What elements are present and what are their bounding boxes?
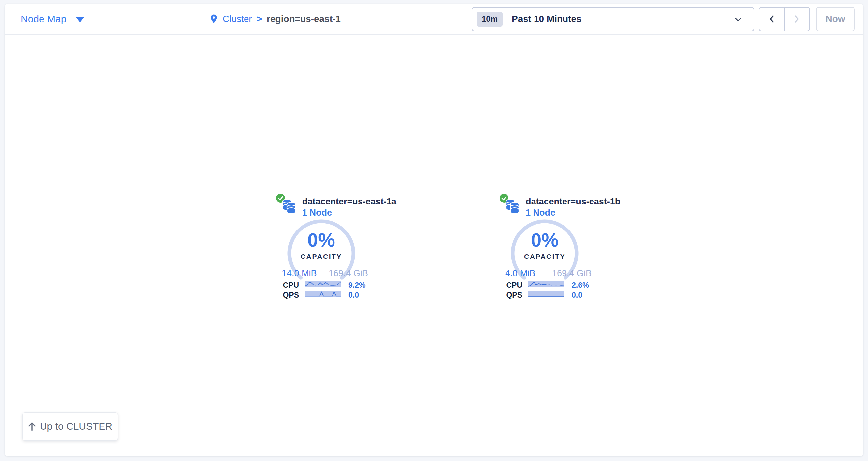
capacity-used: 4.0 MiB: [505, 268, 535, 278]
capacity-label: CAPACITY: [508, 253, 581, 260]
time-forward-button[interactable]: [785, 7, 810, 31]
capacity-percent: 0%: [508, 229, 581, 251]
qps-stat-row: QPS 0.0: [499, 291, 597, 299]
time-range-badge: 10m: [477, 11, 502, 27]
cpu-stat-row: CPU 2.6%: [499, 281, 597, 289]
app-card: Node Map Cluster > region=us-east-1 10m …: [5, 4, 863, 456]
topbar: Node Map Cluster > region=us-east-1 10m …: [5, 4, 863, 35]
arrow-up-icon: [28, 422, 36, 431]
qps-label: QPS: [499, 291, 522, 300]
topbar-divider: [456, 7, 457, 31]
cpu-label: CPU: [499, 281, 522, 290]
cpu-stat-row: CPU 9.2%: [275, 281, 374, 289]
qps-stat-row: QPS 0.0: [275, 291, 374, 299]
datacenter-title: datacenter=us-east-1a: [302, 197, 397, 207]
chevron-left-icon: [768, 14, 775, 24]
capacity-percent: 0%: [285, 229, 358, 251]
qps-label: QPS: [275, 291, 299, 300]
view-selector-label: Node Map: [21, 13, 66, 25]
database-stack-icon: [505, 199, 520, 214]
capacity-label: CAPACITY: [285, 253, 358, 260]
cpu-sparkline: [305, 281, 341, 287]
qps-sparkline: [528, 291, 564, 297]
breadcrumb: Cluster > region=us-east-1: [209, 4, 341, 34]
now-button[interactable]: Now: [816, 7, 855, 31]
database-stack-icon: [282, 199, 297, 214]
time-range-arrows: [758, 7, 810, 31]
capacity-total: 169.4 GiB: [329, 268, 368, 278]
time-range-select[interactable]: 10m Past 10 Minutes: [471, 7, 754, 31]
cpu-sparkline: [528, 281, 564, 287]
chevron-down-icon: [734, 17, 742, 23]
up-to-cluster-label: Up to CLUSTER: [40, 421, 112, 432]
capacity-usage-row: 14.0 MiB 169.4 GiB: [282, 268, 368, 278]
datacenter-card-us-east-1b[interactable]: datacenter=us-east-1b 1 Node 0% CAPACITY…: [499, 193, 597, 305]
qps-value: 0.0: [348, 291, 359, 300]
capacity-gauge: 0% CAPACITY: [285, 217, 358, 290]
capacity-usage-row: 4.0 MiB 169.4 GiB: [505, 268, 591, 278]
capacity-total: 169.4 GiB: [552, 268, 591, 278]
location-pin-icon: [209, 14, 218, 24]
chevron-right-icon: [793, 14, 801, 24]
cpu-value: 9.2%: [348, 281, 366, 290]
qps-value: 0.0: [572, 291, 582, 300]
time-back-button[interactable]: [759, 7, 785, 31]
node-map-page: Node Map Cluster > region=us-east-1 10m …: [0, 0, 868, 461]
capacity-gauge: 0% CAPACITY: [508, 217, 581, 290]
datacenter-node-count: 1 Node: [302, 208, 332, 218]
time-range-label: Past 10 Minutes: [512, 14, 582, 24]
capacity-used: 14.0 MiB: [282, 268, 317, 278]
datacenter-card-us-east-1a[interactable]: datacenter=us-east-1a 1 Node 0% CAPACITY…: [275, 193, 374, 305]
datacenter-title: datacenter=us-east-1b: [526, 197, 620, 207]
breadcrumb-separator: >: [257, 14, 262, 24]
cpu-value: 2.6%: [572, 281, 589, 290]
datacenter-node-count: 1 Node: [526, 208, 555, 218]
view-selector-dropdown[interactable]: Node Map: [21, 4, 84, 34]
breadcrumb-cluster-link[interactable]: Cluster: [223, 14, 252, 24]
cpu-label: CPU: [275, 281, 299, 290]
breadcrumb-current: region=us-east-1: [267, 14, 341, 24]
caret-down-icon: [76, 18, 84, 22]
up-to-cluster-button[interactable]: Up to CLUSTER: [23, 412, 118, 440]
qps-sparkline: [305, 291, 341, 297]
